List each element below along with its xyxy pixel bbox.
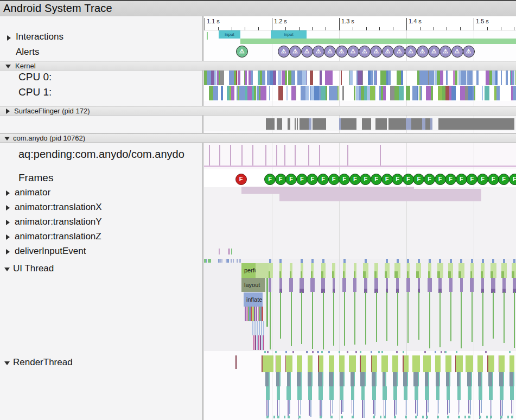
rt-frame-teal[interactable] [277, 386, 280, 400]
cpu-slice[interactable] [476, 71, 479, 85]
input-slice[interactable]: input [271, 30, 307, 39]
cpu-slice[interactable] [254, 86, 256, 100]
rt-frame-green[interactable] [423, 355, 431, 372]
cpu-slice[interactable] [485, 86, 489, 100]
ui-stack-bottom[interactable] [253, 335, 254, 350]
sidebar-item-deliver-input-event[interactable]: deliverInputEvent [0, 246, 203, 260]
rt-frame-teal[interactable] [340, 386, 343, 400]
cpu-slice[interactable] [388, 71, 391, 85]
cpu-slice[interactable] [341, 71, 342, 85]
rt-frame-green[interactable] [445, 355, 451, 372]
rt-frame-green[interactable] [349, 355, 356, 372]
alert-badge[interactable]: ⚠ [417, 46, 429, 58]
ui-stack-stripe[interactable] [254, 307, 255, 321]
cpu-slice[interactable] [461, 71, 466, 85]
frame-badge[interactable]: F [424, 174, 435, 185]
frame-badge[interactable]: F [403, 174, 414, 185]
cpu-slice[interactable] [421, 86, 422, 100]
cpu-slice[interactable] [264, 71, 265, 85]
ui-frame-purple[interactable] [406, 278, 410, 292]
cpu-slice[interactable] [417, 86, 418, 100]
rt-frame-teal[interactable] [510, 386, 514, 400]
frame-badge[interactable]: F [498, 174, 509, 185]
sf-slice[interactable] [313, 118, 316, 130]
frame-badge[interactable]: F [456, 174, 467, 185]
rt-frame-teal[interactable] [308, 386, 312, 400]
sidebar-item-cpu1[interactable]: CPU 1: [0, 86, 203, 100]
alert-badge[interactable]: ⚠ [382, 46, 394, 58]
ui-stack-bottom[interactable] [262, 335, 263, 350]
cpu-slice[interactable] [214, 71, 216, 85]
input-slice[interactable]: input [219, 30, 240, 39]
cpu-slice[interactable] [390, 86, 394, 100]
frame-badge[interactable]: F [509, 174, 516, 185]
rt-frame-green[interactable] [435, 355, 441, 372]
rt-frame-teal[interactable] [266, 386, 270, 400]
rt-frame-green[interactable] [466, 355, 473, 372]
sf-slice[interactable] [467, 118, 473, 130]
cpu-slice[interactable] [495, 71, 498, 85]
sf-slice[interactable] [288, 118, 290, 130]
rt-frame-teal[interactable] [393, 386, 397, 400]
frame-badge[interactable]: F [435, 174, 446, 185]
alert-badge[interactable]: ⚠ [393, 46, 405, 58]
ui-frame-purple[interactable] [470, 278, 474, 292]
rt-frame-green[interactable] [339, 355, 345, 372]
alert-badge[interactable]: ⚠ [301, 46, 313, 58]
cpu-slice[interactable] [371, 71, 373, 85]
sf-slice[interactable] [496, 118, 500, 130]
ui-stack-col[interactable] [254, 321, 256, 335]
cpu-slice[interactable] [429, 71, 434, 85]
alert-badge[interactable]: ⚠ [451, 46, 463, 58]
sidebar-item-interactions[interactable]: Interactions [0, 31, 203, 46]
rt-frame-green[interactable] [297, 355, 302, 372]
rt-frame-teal[interactable] [383, 386, 387, 400]
ui-frame-purple[interactable] [342, 278, 346, 292]
frame-badge[interactable]: F [339, 174, 350, 185]
alert-badge[interactable]: ⚠ [336, 46, 348, 58]
ui-stack-col[interactable] [257, 321, 258, 335]
ui-frame-purple[interactable] [353, 278, 356, 292]
cpu-slice[interactable] [431, 86, 433, 100]
rt-frame-teal[interactable] [297, 386, 302, 400]
aq-event-line[interactable] [230, 145, 231, 166]
aq-event-line[interactable] [308, 145, 309, 166]
sf-slice[interactable] [318, 118, 324, 130]
section-header-com-anydo[interactable]: com.anydo (pid 10762) [0, 133, 516, 143]
frame-badge[interactable]: F [328, 174, 340, 185]
ui-frame-purple[interactable] [460, 278, 463, 292]
frame-badge[interactable]: F [275, 174, 286, 185]
alert-badge[interactable]: ⚠ [313, 46, 324, 58]
cpu-slice[interactable] [407, 86, 410, 100]
cpu-slice[interactable] [229, 71, 234, 85]
sf-slice[interactable] [500, 118, 506, 130]
sf-slice[interactable] [489, 118, 495, 130]
deliver-input-tick[interactable] [229, 249, 230, 254]
cpu-slice[interactable] [375, 86, 376, 100]
cpu-slice[interactable] [291, 86, 296, 100]
rt-frame-green[interactable] [308, 355, 313, 372]
rt-frame-green[interactable] [392, 355, 398, 372]
sidebar-item-frames[interactable]: Frames [0, 172, 203, 186]
cpu-slice[interactable] [302, 71, 307, 85]
sf-slice[interactable] [355, 118, 356, 130]
sidebar-item-alerts[interactable]: Alerts [0, 47, 203, 61]
frame-badge[interactable]: F [445, 174, 456, 185]
frame-badge-red[interactable]: F [235, 174, 247, 185]
sf-slice[interactable] [386, 118, 387, 130]
cpu-slice[interactable] [207, 71, 211, 85]
cpu-slice[interactable] [247, 86, 252, 100]
cpu-slice[interactable] [506, 71, 508, 85]
alert-badge[interactable]: ⚠ [278, 46, 290, 58]
aq-event-line[interactable] [295, 145, 296, 166]
frame-badge[interactable]: F [477, 174, 488, 185]
cpu-slice[interactable] [455, 71, 457, 85]
cpu-slice[interactable] [213, 86, 218, 100]
cpu-slice[interactable] [273, 71, 276, 85]
deliver-input-tick[interactable] [219, 249, 220, 254]
cpu-slice[interactable] [209, 86, 213, 100]
sf-slice[interactable] [369, 118, 371, 130]
ui-frame-purple[interactable] [428, 278, 432, 292]
sf-slice[interactable] [430, 118, 432, 130]
cpu-slice[interactable] [512, 71, 514, 85]
